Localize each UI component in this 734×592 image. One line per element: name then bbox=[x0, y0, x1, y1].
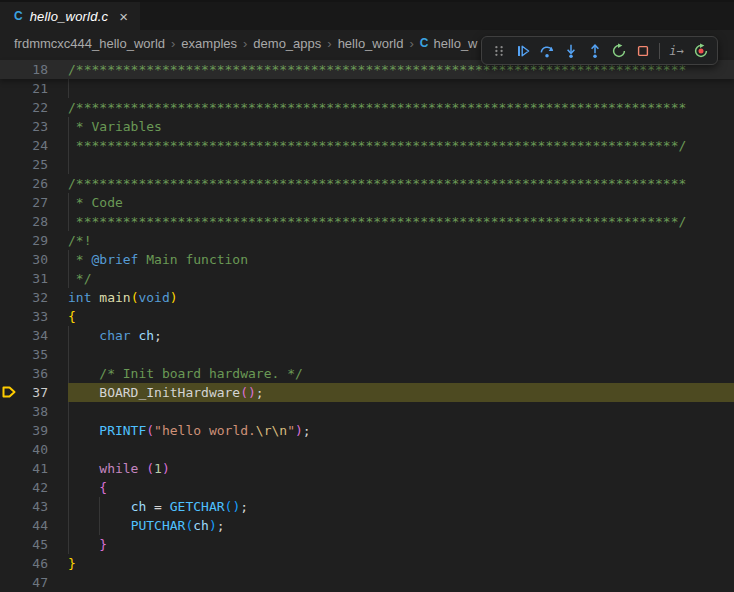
gutter-glyph-margin[interactable] bbox=[0, 345, 18, 364]
code-line[interactable]: 29/*! bbox=[0, 231, 734, 250]
code-text[interactable]: BOARD_InitHardware(); bbox=[68, 383, 734, 402]
code-text[interactable]: * Variables bbox=[68, 117, 734, 136]
code-line[interactable]: 31 */ bbox=[0, 269, 734, 288]
gutter-glyph-margin[interactable] bbox=[0, 60, 18, 79]
gutter-glyph-margin[interactable] bbox=[0, 174, 18, 193]
code-line[interactable]: 27 * Code bbox=[0, 193, 734, 212]
code-line[interactable]: 42 { bbox=[0, 478, 734, 497]
code-line-debug-current[interactable]: 37 BOARD_InitHardware(); bbox=[0, 383, 734, 402]
debug-step-over-button[interactable] bbox=[535, 39, 558, 62]
code-line[interactable]: 41 while (1) bbox=[0, 459, 734, 478]
code-text[interactable] bbox=[68, 573, 734, 592]
gutter-glyph-margin[interactable] bbox=[0, 212, 18, 231]
code-text[interactable]: ****************************************… bbox=[68, 136, 734, 155]
gutter-glyph-margin[interactable] bbox=[0, 231, 18, 250]
code-editor[interactable]: 18/*************************************… bbox=[0, 56, 734, 592]
gutter-glyph-margin[interactable] bbox=[0, 497, 18, 516]
debug-step-instruction-button[interactable]: i→ bbox=[665, 39, 688, 62]
gutter-glyph-margin[interactable] bbox=[0, 98, 18, 117]
code-text[interactable] bbox=[68, 402, 734, 421]
gutter-glyph-margin[interactable] bbox=[0, 402, 18, 421]
gutter-glyph-margin[interactable] bbox=[0, 383, 18, 402]
breadcrumb-item[interactable]: demo_apps bbox=[253, 36, 321, 51]
code-line[interactable]: 25 bbox=[0, 155, 734, 174]
code-text[interactable]: PUTCHAR(ch); bbox=[68, 516, 734, 535]
code-text[interactable]: * @brief Main function bbox=[68, 250, 734, 269]
code-text[interactable]: /***************************************… bbox=[68, 98, 734, 117]
code-line[interactable]: 21 bbox=[0, 79, 734, 98]
code-text[interactable]: ch = GETCHAR(); bbox=[68, 497, 734, 516]
code-line[interactable]: 28 *************************************… bbox=[0, 212, 734, 231]
code-line[interactable]: 26/*************************************… bbox=[0, 174, 734, 193]
debug-continue-button[interactable] bbox=[511, 39, 534, 62]
tab-hello-world-c[interactable]: C hello_world.c × bbox=[0, 2, 140, 30]
breadcrumb-item[interactable]: frdmmcxc444_hello_world bbox=[14, 36, 165, 51]
gutter-glyph-margin[interactable] bbox=[0, 250, 18, 269]
code-line[interactable]: 22/*************************************… bbox=[0, 98, 734, 117]
debug-restart-button[interactable] bbox=[607, 39, 630, 62]
code-line[interactable]: 34 char ch; bbox=[0, 326, 734, 345]
debug-reset-button[interactable] bbox=[689, 39, 712, 62]
gutter-glyph-margin[interactable] bbox=[0, 459, 18, 478]
gutter-glyph-margin[interactable] bbox=[0, 535, 18, 554]
gutter-glyph-margin[interactable] bbox=[0, 307, 18, 326]
code-line[interactable]: 47 bbox=[0, 573, 734, 592]
code-text[interactable] bbox=[68, 79, 734, 98]
code-line[interactable]: 46} bbox=[0, 554, 734, 573]
breadcrumb-item-file[interactable]: Chello_w bbox=[420, 36, 478, 51]
code-line[interactable]: 33{ bbox=[0, 307, 734, 326]
gutter-glyph-margin[interactable] bbox=[0, 478, 18, 497]
debug-step-into-button[interactable] bbox=[559, 39, 582, 62]
gutter-glyph-margin[interactable] bbox=[0, 421, 18, 440]
gutter-glyph-margin[interactable] bbox=[0, 516, 18, 535]
code-line[interactable]: 36 /* Init board hardware. */ bbox=[0, 364, 734, 383]
code-line[interactable]: 45 } bbox=[0, 535, 734, 554]
code-line[interactable]: 24 *************************************… bbox=[0, 136, 734, 155]
gutter-glyph-margin[interactable] bbox=[0, 364, 18, 383]
token-b2: } bbox=[99, 537, 107, 552]
code-text[interactable]: /***************************************… bbox=[68, 174, 734, 193]
code-line[interactable]: 40 bbox=[0, 440, 734, 459]
code-text[interactable] bbox=[68, 440, 734, 459]
breadcrumb-item[interactable]: hello_world bbox=[338, 36, 404, 51]
code-text[interactable]: */ bbox=[68, 269, 734, 288]
toolbar-drag-handle[interactable] bbox=[487, 39, 510, 62]
code-line[interactable]: 23 * Variables bbox=[0, 117, 734, 136]
code-line[interactable]: 38 bbox=[0, 402, 734, 421]
code-line[interactable]: 44 PUTCHAR(ch); bbox=[0, 516, 734, 535]
code-text[interactable]: char ch; bbox=[68, 326, 734, 345]
code-text[interactable] bbox=[68, 345, 734, 364]
gutter-glyph-margin[interactable] bbox=[0, 288, 18, 307]
code-line[interactable]: 30 * @brief Main function bbox=[0, 250, 734, 269]
gutter-glyph-margin[interactable] bbox=[0, 573, 18, 592]
breadcrumb-item[interactable]: examples bbox=[181, 36, 237, 51]
debug-step-out-button[interactable] bbox=[583, 39, 606, 62]
code-text[interactable]: { bbox=[68, 478, 734, 497]
code-text[interactable]: { bbox=[68, 307, 734, 326]
gutter-glyph-margin[interactable] bbox=[0, 136, 18, 155]
code-text[interactable]: } bbox=[68, 535, 734, 554]
code-text[interactable]: } bbox=[68, 554, 734, 573]
code-line[interactable]: 43 ch = GETCHAR(); bbox=[0, 497, 734, 516]
code-line[interactable]: 35 bbox=[0, 345, 734, 364]
code-text[interactable]: * Code bbox=[68, 193, 734, 212]
code-text[interactable]: ****************************************… bbox=[68, 212, 734, 231]
debug-stop-button[interactable] bbox=[631, 39, 654, 62]
code-text[interactable]: /*! bbox=[68, 231, 734, 250]
code-text[interactable]: PRINTF("hello world.\r\n"); bbox=[68, 421, 734, 440]
code-text[interactable]: /* Init board hardware. */ bbox=[68, 364, 734, 383]
code-text[interactable] bbox=[68, 155, 734, 174]
gutter-glyph-margin[interactable] bbox=[0, 193, 18, 212]
code-text[interactable]: int main(void) bbox=[68, 288, 734, 307]
gutter-glyph-margin[interactable] bbox=[0, 440, 18, 459]
gutter-glyph-margin[interactable] bbox=[0, 326, 18, 345]
gutter-glyph-margin[interactable] bbox=[0, 554, 18, 573]
code-text[interactable]: while (1) bbox=[68, 459, 734, 478]
close-icon[interactable]: × bbox=[119, 9, 128, 24]
code-line[interactable]: 39 PRINTF("hello world.\r\n"); bbox=[0, 421, 734, 440]
gutter-glyph-margin[interactable] bbox=[0, 155, 18, 174]
gutter-glyph-margin[interactable] bbox=[0, 117, 18, 136]
gutter-glyph-margin[interactable] bbox=[0, 79, 18, 98]
gutter-glyph-margin[interactable] bbox=[0, 269, 18, 288]
code-line[interactable]: 32int main(void) bbox=[0, 288, 734, 307]
